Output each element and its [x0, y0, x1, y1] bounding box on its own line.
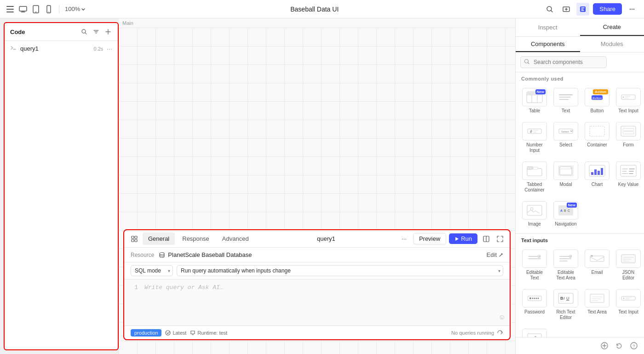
svg-text:✉: ✉: [591, 255, 593, 257]
component-label-key-value: Key Value: [618, 182, 639, 187]
zoom-control[interactable]: 100%: [65, 6, 86, 12]
grid-icon[interactable]: [128, 232, 141, 245]
add-component-icon[interactable]: [599, 340, 610, 351]
canvas-area: Main General Response Advanced query1 ··…: [119, 18, 515, 354]
thumb-editable-text-area: [553, 250, 578, 268]
main-layout: Code query1 0.2s ··· Main: [0, 18, 644, 354]
run-button[interactable]: Run: [449, 233, 477, 244]
component-button[interactable]: Action Button Button: [583, 85, 611, 116]
code-search-icon[interactable]: [80, 28, 88, 36]
svg-point-19: [82, 29, 86, 33]
thumb-password: [522, 289, 547, 308]
tablet-icon[interactable]: [31, 5, 40, 14]
tab-create[interactable]: Create: [580, 19, 644, 36]
more-button[interactable]: [626, 3, 638, 16]
svg-text:Button: Button: [592, 97, 602, 100]
svg-rect-60: [590, 126, 604, 136]
tab-inspect[interactable]: Inspect: [516, 19, 580, 35]
search-button[interactable]: [543, 3, 556, 16]
code-panel-header: Code: [5, 23, 118, 41]
resource-label: Resource: [131, 252, 154, 258]
split-view-button[interactable]: [480, 233, 492, 245]
query-more-button[interactable]: ···: [398, 233, 410, 244]
component-text-input-2[interactable]: Text Input: [614, 286, 643, 323]
help-icon[interactable]: ?: [628, 340, 639, 351]
query-more-icon[interactable]: ···: [107, 45, 112, 52]
component-email[interactable]: ✉ Email: [583, 247, 611, 284]
component-key-value[interactable]: Key Value: [614, 159, 643, 196]
code-editor[interactable]: 1 Write query or Ask AI… ☺: [124, 279, 510, 325]
component-table[interactable]: New Table: [520, 85, 549, 116]
sql-mode-select[interactable]: SQL mode: [131, 265, 173, 276]
svg-rect-27: [132, 236, 134, 238]
tab-response[interactable]: Response: [177, 232, 215, 245]
fullscreen-button[interactable]: [494, 233, 506, 245]
emoji-button[interactable]: ☺: [500, 313, 504, 322]
component-text-input[interactable]: Text Input: [614, 85, 643, 116]
share-button[interactable]: Share: [593, 3, 622, 15]
sql-toolbar: SQL mode ▾ Run query automatically when …: [124, 262, 510, 279]
sub-tab-components[interactable]: Components: [516, 37, 580, 52]
code-add-icon[interactable]: [104, 28, 112, 36]
svg-rect-65: [527, 167, 533, 169]
component-select[interactable]: Select Select: [552, 119, 580, 156]
run-when-select[interactable]: Run query automatically when inputs chan…: [177, 265, 503, 276]
canvas-label: Main: [119, 18, 515, 28]
svg-rect-112: [590, 294, 604, 302]
retool-logo-button[interactable]: [576, 3, 589, 16]
component-json-editor[interactable]: JSON Editor: [614, 247, 643, 284]
query-editor-panel: General Response Advanced query1 ··· Pre…: [123, 229, 511, 340]
component-tabbed-container[interactable]: Tabbed Container: [520, 159, 549, 196]
mobile-icon[interactable]: [44, 5, 53, 14]
svg-point-95: [569, 255, 572, 258]
component-image[interactable]: Image: [520, 198, 549, 230]
svg-rect-73: [594, 169, 597, 175]
component-form[interactable]: Form: [614, 119, 643, 156]
svg-text:B: B: [564, 209, 566, 212]
query-item[interactable]: query1 0.2s ···: [5, 41, 118, 56]
component-modal[interactable]: Modal: [552, 159, 580, 196]
svg-rect-68: [560, 167, 572, 175]
right-panel-tabs: Inspect Create: [516, 18, 644, 37]
runtime-status[interactable]: Runtime: test: [190, 330, 227, 336]
component-label-chart: Chart: [592, 182, 603, 187]
share-screen-button[interactable]: [560, 3, 573, 16]
component-navigation[interactable]: New ABC Navigation: [552, 198, 580, 230]
component-chart[interactable]: Chart: [583, 159, 611, 196]
component-text[interactable]: Text: [552, 85, 580, 116]
component-signature[interactable]: Signature: [520, 326, 549, 337]
svg-rect-75: [601, 168, 603, 175]
latest-status[interactable]: Latest: [165, 330, 186, 336]
preview-button[interactable]: Preview: [413, 233, 446, 244]
undo-icon[interactable]: [614, 340, 625, 351]
component-label-text: Text: [562, 108, 570, 114]
component-container[interactable]: Container: [583, 119, 611, 156]
sub-tab-modules[interactable]: Modules: [580, 37, 644, 52]
code-filter-icon[interactable]: [92, 28, 100, 36]
component-editable-text[interactable]: Editable Text: [520, 247, 549, 284]
component-grid-main: New Table Text Action Button: [516, 83, 644, 233]
svg-rect-98: [621, 255, 635, 263]
component-rich-text-editor[interactable]: BIU Rich Text Editor: [552, 286, 580, 323]
query-icon: [10, 45, 17, 52]
env-badge[interactable]: production: [131, 329, 161, 337]
component-password[interactable]: Password: [520, 286, 549, 323]
component-search-input[interactable]: [520, 56, 607, 68]
svg-line-20: [86, 33, 87, 35]
component-text-area[interactable]: Text Area: [583, 286, 611, 323]
resource-name-text: PlanetScale Baseball Database: [168, 251, 252, 258]
desktop-icon[interactable]: [18, 5, 28, 14]
canvas-grid[interactable]: General Response Advanced query1 ··· Pre…: [119, 28, 515, 354]
label-json-editor: JSON Editor: [616, 270, 641, 281]
tab-advanced[interactable]: Advanced: [217, 232, 254, 245]
component-number-input[interactable]: # Number Input: [520, 119, 549, 156]
tab-general[interactable]: General: [143, 232, 175, 245]
component-thumb-text-input: [616, 88, 641, 106]
resource-edit-button[interactable]: Edit: [487, 251, 503, 258]
code-panel: Code query1 0.2s ···: [4, 22, 119, 350]
svg-point-34: [160, 252, 164, 255]
component-label-number-input: Number Input: [522, 142, 547, 153]
component-editable-text-area[interactable]: Editable Text Area: [552, 247, 580, 284]
hamburger-icon[interactable]: [6, 5, 15, 14]
component-thumb-button: Action Button: [585, 88, 610, 106]
